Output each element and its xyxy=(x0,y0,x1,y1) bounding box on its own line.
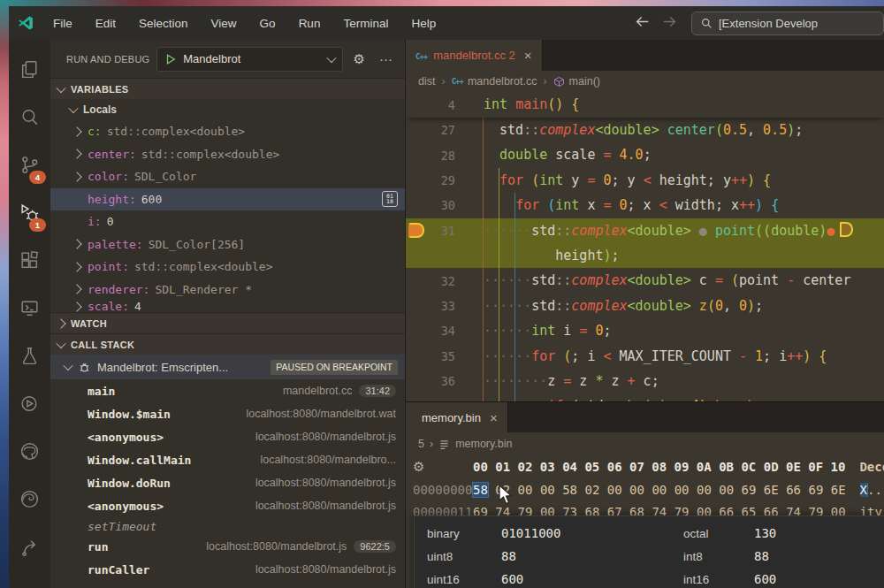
stack-frame-row[interactable]: Window.$mainlocalhost:8080/mandelbrot.wa… xyxy=(50,402,405,425)
debug-session-row[interactable]: Mandelbrot: Emscripten... PAUSED ON BREA… xyxy=(50,355,405,379)
stack-frame-row[interactable]: <anonymous>localhost:8080/mandelbrot.js xyxy=(50,425,405,448)
tab-close-icon[interactable]: × xyxy=(490,410,498,425)
activity-item-github[interactable] xyxy=(9,429,50,477)
hex-byte[interactable]: 69 xyxy=(742,483,757,497)
hex-byte[interactable]: 00 xyxy=(697,483,712,497)
hex-byte[interactable]: 6E xyxy=(764,483,779,497)
gutter[interactable]: 27 xyxy=(406,118,469,142)
hex-byte[interactable]: 00 xyxy=(540,483,555,497)
gutter[interactable]: 30 xyxy=(406,193,469,218)
watch-section-header[interactable]: WATCH xyxy=(50,312,405,333)
hex-byte[interactable]: 58 xyxy=(562,483,577,497)
activity-item-edge-browser[interactable] xyxy=(9,477,50,524)
gutter[interactable]: 28 xyxy=(406,142,469,167)
stack-frame-row[interactable]: Window.callMainlocalhost:8080/mandelbro.… xyxy=(50,448,405,471)
code-line[interactable]: 28 double scale = 4.0; xyxy=(406,142,884,167)
locals-scope-row[interactable]: Locals xyxy=(50,99,405,120)
variable-row[interactable]: palette:SDL_Color[256] xyxy=(50,233,405,256)
code-line[interactable]: 31······std::complex<double> ● point((do… xyxy=(406,218,884,243)
activity-item-run-coverage[interactable] xyxy=(9,381,50,429)
editor-tab-mandelbrot[interactable]: C++ mandelbrot.cc 2 × xyxy=(406,40,543,71)
code-line[interactable]: 37········if (std::abs(z) > 4) break; xyxy=(406,393,884,401)
hex-bytes[interactable]: 58 02 00 00 58 02 00 00 00 00 00 00 69 6… xyxy=(473,483,846,497)
menu-edit[interactable]: Edit xyxy=(88,14,124,33)
variable-row[interactable]: c:std::complex<double> xyxy=(50,120,405,143)
gutter[interactable]: 32 xyxy=(406,268,469,293)
nav-forward-icon[interactable] xyxy=(662,15,677,31)
binary-file-icon[interactable]: 0110 xyxy=(382,191,398,207)
gutter[interactable]: 34 xyxy=(406,318,469,343)
gutter[interactable]: 33 xyxy=(406,294,469,318)
gutter[interactable]: 36 xyxy=(406,369,469,393)
variable-row[interactable]: i:0 xyxy=(50,210,405,233)
code-line[interactable]: 30 for (int x = 0; x < width; x++) { xyxy=(406,193,884,218)
activity-item-test[interactable] xyxy=(9,333,50,381)
gutter[interactable]: 29 xyxy=(406,168,469,193)
activity-item-live-share[interactable] xyxy=(9,524,50,572)
variables-section-header[interactable]: VARIABLES xyxy=(50,78,405,99)
stack-frame-row[interactable]: Window.doRunlocalhost:8080/mandelbrot.js xyxy=(50,471,405,494)
command-center-search[interactable]: [Extension Develop xyxy=(691,11,884,35)
gutter[interactable] xyxy=(406,243,469,268)
activity-item-files[interactable] xyxy=(9,47,50,95)
code-line[interactable]: 4int main() { xyxy=(406,92,884,118)
gutter[interactable]: 31 xyxy=(406,218,469,243)
activity-item-run-debug[interactable]: 1 xyxy=(9,190,50,238)
variable-row[interactable]: color:SDL_Color xyxy=(50,165,405,188)
hex-byte[interactable]: 00 xyxy=(652,483,667,497)
sticky-scroll-line[interactable]: 4int main() { xyxy=(406,92,884,118)
launch-config-select[interactable]: Mandelbrot xyxy=(156,47,342,72)
menu-terminal[interactable]: Terminal xyxy=(335,14,396,33)
menu-selection[interactable]: Selection xyxy=(131,14,196,33)
variable-row[interactable]: point:std::complex<double> xyxy=(50,256,405,279)
variable-row[interactable]: height:6000110 xyxy=(50,188,405,211)
panel-tab-memory-bin[interactable]: memory.bin × xyxy=(406,402,508,432)
stack-frame-row[interactable]: mainmandelbrot.cc31:42 xyxy=(50,379,405,402)
stack-frame-row[interactable]: runlocalhost:8080/mandelbrot.js9622:5 xyxy=(50,535,405,558)
hex-byte[interactable]: 6E xyxy=(831,483,846,497)
hex-byte[interactable]: 00 xyxy=(607,483,622,497)
hex-byte[interactable]: 58 xyxy=(473,483,488,497)
gutter[interactable]: 37 xyxy=(406,393,469,401)
panel-breadcrumb[interactable]: 5›memory.bin xyxy=(406,432,884,455)
menu-go[interactable]: Go xyxy=(252,14,284,33)
start-debug-icon[interactable] xyxy=(164,53,177,65)
hex-byte[interactable]: 00 xyxy=(629,483,644,497)
gear-icon[interactable]: ⚙ xyxy=(413,459,424,475)
more-actions-icon[interactable]: ··· xyxy=(376,51,396,66)
variable-row[interactable]: center:std::complex<double> xyxy=(50,143,405,166)
code-line[interactable]: 33······std::complex<double> z(0, 0); xyxy=(406,294,884,318)
menu-run[interactable]: Run xyxy=(291,14,329,33)
code-line[interactable]: 34······int i = 0; xyxy=(406,318,884,343)
menu-view[interactable]: View xyxy=(203,14,245,33)
breadcrumb-item[interactable]: memory.bin xyxy=(455,438,512,450)
activity-item-remote-explorer[interactable] xyxy=(9,286,50,333)
breadcrumb-item[interactable]: dist xyxy=(418,75,435,88)
breadcrumb-item[interactable]: 5 xyxy=(418,438,424,450)
stack-frame-row[interactable]: runCallerlocalhost:8080/mandelbrot.js xyxy=(50,558,405,581)
code-line[interactable]: 32······std::complex<double> c = (point … xyxy=(406,268,884,293)
menu-file[interactable]: File xyxy=(45,14,80,33)
gutter[interactable]: 4 xyxy=(406,92,469,118)
code-line[interactable]: height); xyxy=(406,243,884,268)
hex-decoded-text[interactable]: X...X.......infin xyxy=(860,483,884,497)
code-line[interactable]: 35······for (; i < MAX_ITER_COUNT - 1; i… xyxy=(406,344,884,369)
hex-byte[interactable]: 69 xyxy=(808,483,823,497)
stack-frame-row[interactable]: <anonymous>localhost:8080/mandelbrot.js xyxy=(50,494,405,517)
breadcrumb-item[interactable]: main() xyxy=(569,75,600,88)
menu-help[interactable]: Help xyxy=(403,14,444,33)
gutter[interactable]: 35 xyxy=(406,344,469,369)
hex-row[interactable]: 0000000058 02 00 00 58 02 00 00 00 00 00… xyxy=(406,478,884,500)
stack-frame-row[interactable]: setTimeout xyxy=(50,517,405,535)
settings-gear-icon[interactable]: ⚙ xyxy=(350,51,369,67)
code-line[interactable]: 36········z = z * z + c; xyxy=(406,369,884,393)
tab-close-icon[interactable]: × xyxy=(524,48,532,63)
code-line[interactable]: 29 for (int y = 0; y < height; y++) { xyxy=(406,168,884,193)
hex-byte[interactable]: 02 xyxy=(584,483,599,497)
hex-byte[interactable]: 00 xyxy=(674,483,690,497)
hex-byte[interactable]: 00 xyxy=(719,483,734,497)
variable-row[interactable]: renderer:SDL_Renderer * xyxy=(50,279,405,302)
code-editor[interactable]: 27 std::complex<double> center(0.5, 0.5)… xyxy=(406,92,884,401)
activity-item-source-control[interactable]: 4 xyxy=(9,142,50,190)
call-stack-section-header[interactable]: CALL STACK xyxy=(50,333,405,355)
